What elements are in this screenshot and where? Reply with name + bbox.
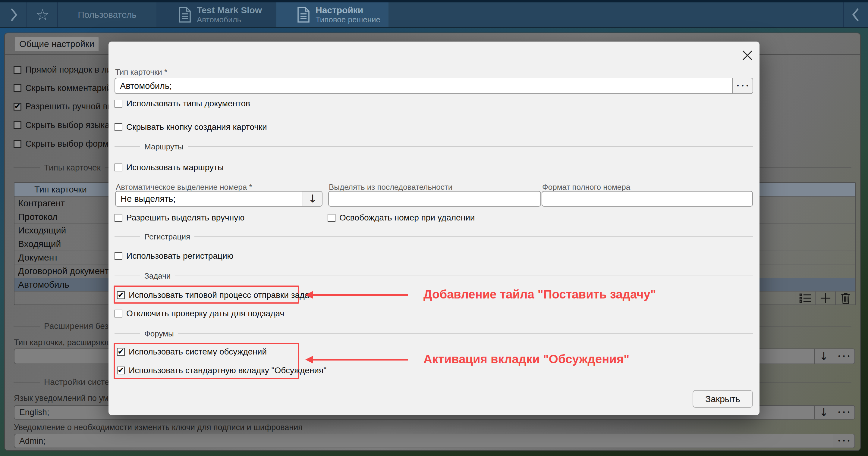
ellipsis-button[interactable] [833, 406, 855, 419]
auto-number-input[interactable]: Не выделять; [116, 192, 303, 206]
section-tasks: Задачи [115, 271, 753, 281]
tab-settings[interactable]: Настройки Типовое решение [276, 2, 389, 27]
checkbox-label: Отключить проверку даты для подзадач [126, 309, 284, 318]
checkmark-icon [118, 291, 124, 299]
annotation-text-tasks: Добавление тайла "Поставить задачу" [424, 287, 656, 302]
checkbox-box[interactable] [117, 366, 125, 374]
ellipsis-icon [735, 83, 750, 89]
checkbox-box[interactable] [115, 214, 122, 222]
key-change-notification-field: Admin; [14, 434, 855, 448]
arrow-down-icon [308, 193, 317, 204]
card-type-field: Автомобиль; [115, 78, 753, 94]
checkbox-box[interactable] [115, 100, 122, 107]
document-icon [178, 7, 191, 23]
arrow-down-icon [819, 351, 828, 362]
checkbox-box[interactable] [13, 121, 22, 129]
checkbox-label: Разрешить выделять вручную [126, 213, 244, 223]
section-label: Типы карточек [44, 163, 101, 172]
checkbox-use-routes[interactable]: Использовать маршруты [115, 163, 224, 172]
dropdown-button[interactable] [303, 192, 322, 206]
checkbox-box[interactable] [115, 123, 122, 131]
checkbox-use-discussion-system[interactable]: Использовать систему обсуждений [117, 347, 267, 357]
sequence-input[interactable] [328, 191, 541, 207]
checkbox-use-doc-types[interactable]: Использовать типы документов [115, 99, 250, 108]
delete-row-button[interactable] [835, 292, 855, 304]
topbar-separator [26, 2, 27, 27]
dropdown-button[interactable] [814, 349, 833, 363]
top-bar: ☆ Пользователь Test Mark Slow Автомобиль… [0, 0, 868, 28]
auto-number-label: Автоматическое выделение номера * [116, 183, 252, 192]
ellipsis-button[interactable] [732, 78, 752, 93]
tab-title: Настройки [315, 5, 380, 16]
window-top-edge [0, 0, 868, 2]
full-number-format-label: Формат полного номера [542, 183, 630, 192]
checkbox-box[interactable] [13, 140, 22, 148]
section-label: Маршруты [144, 142, 184, 152]
sequence-label: Выделять из последовательности [329, 183, 453, 192]
checkbox-use-registration[interactable]: Использовать регистрацию [115, 251, 234, 261]
topbar-separator [843, 2, 844, 27]
close-icon [742, 50, 753, 61]
tab-user[interactable]: Пользователь [58, 2, 156, 27]
checkbox-direct-order[interactable]: Прямой порядок в листе [13, 65, 125, 75]
checkbox-box[interactable] [117, 291, 125, 299]
checkbox-use-standard-discussion-tab[interactable]: Использовать стандартную вкладку "Обсужд… [117, 366, 327, 375]
collapse-panel-button[interactable] [845, 2, 866, 27]
auto-number-field: Не выделять; [115, 191, 322, 207]
tab-test-mark-slow[interactable]: Test Mark Slow Автомобиль [156, 2, 276, 27]
document-icon [297, 7, 310, 23]
checkbox-label: Использовать систему обсуждений [129, 347, 267, 357]
checkbox-label: Использовать регистрацию [126, 251, 234, 261]
checkbox-box[interactable] [115, 164, 122, 171]
tab-label: Общие настройки [19, 39, 94, 49]
card-type-input[interactable]: Автомобиль; [115, 78, 732, 93]
checkbox-hide-create-button[interactable]: Скрывать кнопку создания карточки [115, 122, 267, 132]
checkbox-label: Освобождать номер при удалении [339, 213, 475, 223]
section-registration: Регистрация [115, 232, 753, 241]
card-type-label: Тип карточки * [115, 67, 167, 77]
ellipsis-button[interactable] [833, 349, 855, 363]
checkmark-icon [118, 366, 124, 374]
close-dialog-button[interactable] [740, 48, 755, 63]
checkbox-disable-subtask-date-check[interactable]: Отключить проверку даты для подзадач [115, 309, 284, 318]
checkbox-release-number[interactable]: Освобождать номер при удалении [328, 213, 475, 223]
checkbox-box[interactable] [115, 252, 122, 260]
expand-menu-button[interactable] [4, 2, 24, 27]
tab-subtitle: Автомобиль [197, 15, 262, 24]
list-icon [799, 293, 811, 303]
checkbox-allow-manual-number[interactable]: Разрешить выделять вручную [115, 213, 244, 223]
favorites-button[interactable]: ☆ [29, 2, 56, 27]
dropdown-button[interactable] [814, 406, 833, 419]
checkbox-box[interactable] [115, 310, 122, 318]
checkbox-box[interactable] [13, 84, 22, 92]
plus-icon [820, 292, 831, 304]
checkbox-box[interactable] [13, 66, 22, 74]
ellipsis-icon [836, 354, 852, 359]
close-button[interactable]: Закрыть [692, 390, 753, 408]
key-change-notification-label: Уведомление о необходимости изменить клю… [14, 423, 303, 432]
checkbox-box[interactable] [117, 348, 125, 356]
annotation-arrow-tasks [309, 294, 408, 296]
checkbox-box[interactable] [328, 214, 336, 222]
checkbox-use-typical-task-process[interactable]: Использовать типовой процесс отправки за… [117, 290, 313, 300]
section-forums: Форумы [115, 329, 753, 338]
ellipsis-button[interactable] [833, 434, 855, 448]
trash-icon [841, 292, 851, 304]
section-label: Регистрация [144, 232, 190, 241]
checkbox-label: Использовать типовой процесс отправки за… [129, 290, 313, 300]
chevron-right-icon [10, 7, 18, 22]
section-routes: Маршруты [115, 142, 753, 151]
tab-general-settings[interactable]: Общие настройки [15, 37, 98, 51]
annotation-arrow-forums [309, 359, 408, 361]
tab-label: Пользователь [58, 10, 156, 20]
key-change-notification-input[interactable]: Admin; [14, 434, 833, 448]
topbar-bottom-border [0, 27, 868, 28]
section-label: Форумы [144, 329, 174, 338]
select-from-list-button[interactable] [795, 292, 815, 304]
add-row-button[interactable] [815, 292, 835, 304]
full-number-format-input[interactable] [541, 191, 753, 207]
checkbox-box[interactable] [13, 103, 22, 110]
ellipsis-icon [836, 410, 852, 415]
checkbox-label: Скрывать кнопку создания карточки [126, 122, 267, 132]
tab-subtitle: Типовое решение [315, 15, 380, 24]
